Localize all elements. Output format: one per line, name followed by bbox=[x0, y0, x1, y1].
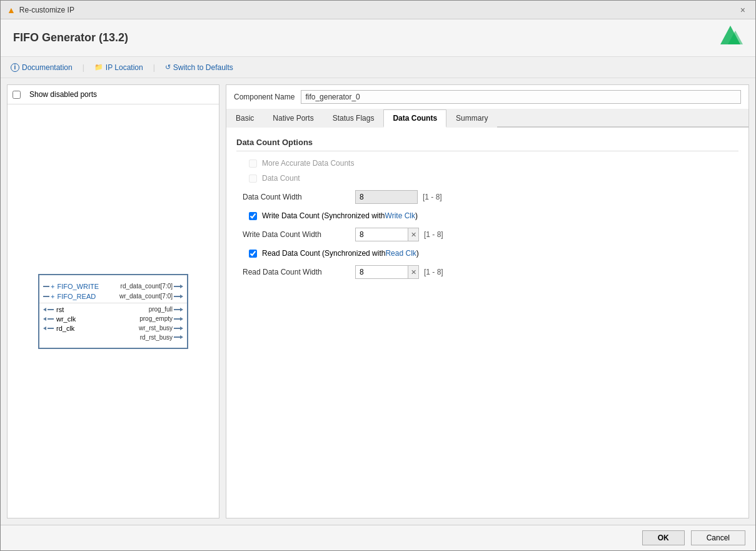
write-count-width-range: [1 - 8] bbox=[424, 230, 443, 239]
read-data-count-checkbox[interactable] bbox=[249, 250, 257, 258]
write-data-count-row: Write Data Count (Synchronized with Writ… bbox=[236, 211, 738, 220]
title-bar: ▲ Re-customize IP × bbox=[1, 1, 755, 19]
write-data-count-checkbox[interactable] bbox=[249, 212, 257, 220]
app-icon: ▲ bbox=[7, 5, 16, 15]
toolbar-separator-1: | bbox=[83, 63, 84, 72]
rst-row: rst prog_full bbox=[39, 306, 187, 313]
right-connector-pf bbox=[174, 309, 180, 310]
rd-rst-busy-label: rd_rst_busy bbox=[140, 334, 173, 341]
cancel-button[interactable]: Cancel bbox=[691, 530, 745, 545]
more-accurate-row: More Accurate Data Counts bbox=[236, 159, 738, 168]
left-panel-content: + FIFO_WRITE rd_data_count[7:0] + FIFO_R… bbox=[8, 104, 219, 518]
write-count-width-row: Write Data Count Width ✕ [1 - 8] bbox=[236, 228, 738, 241]
documentation-label: Documentation bbox=[22, 63, 73, 72]
arrow-pf bbox=[180, 308, 183, 311]
title-bar-text: Re-customize IP bbox=[19, 6, 74, 14]
wr-clk-label: wr_clk bbox=[56, 315, 76, 323]
read-data-count-label-post: ) bbox=[416, 249, 419, 258]
data-count-width-range: [1 - 8] bbox=[423, 193, 442, 201]
write-count-clear-button[interactable]: ✕ bbox=[408, 228, 419, 241]
fifo-block: + FIFO_WRITE rd_data_count[7:0] + FIFO_R… bbox=[38, 274, 188, 349]
conn-rdclk bbox=[48, 328, 54, 329]
arrow-wrb bbox=[180, 326, 183, 330]
plus-icon-write: + bbox=[51, 283, 54, 290]
more-accurate-checkbox[interactable] bbox=[249, 159, 257, 168]
read-count-width-input[interactable] bbox=[355, 265, 408, 279]
tab-native-ports[interactable]: Native Ports bbox=[263, 109, 323, 128]
fifo-read-row: + FIFO_READ wr_data_count[7:0] bbox=[39, 293, 187, 300]
read-count-clear-button[interactable]: ✕ bbox=[408, 265, 419, 279]
left-connector-read bbox=[43, 296, 49, 297]
switch-defaults-button[interactable]: ↺ Switch to Defaults bbox=[165, 63, 233, 72]
plus-icon-read: + bbox=[51, 293, 54, 300]
header-bar: FIFO Generator (13.2) bbox=[1, 19, 755, 57]
data-count-width-label: Data Count Width bbox=[243, 193, 355, 201]
dialog-title: FIFO Generator (13.2) bbox=[13, 31, 128, 44]
arrow-pe bbox=[180, 317, 183, 321]
prog-empty-label: prog_empty bbox=[139, 315, 173, 322]
fifo-write-label: FIFO_WRITE bbox=[57, 283, 99, 290]
left-panel: Show disabled ports + FIFO_WRITE rd_data… bbox=[7, 84, 219, 518]
documentation-button[interactable]: i Documentation bbox=[11, 63, 73, 72]
data-count-width-input[interactable] bbox=[355, 190, 418, 204]
fifo-read-label: FIFO_READ bbox=[57, 293, 96, 300]
title-bar-left: ▲ Re-customize IP bbox=[7, 5, 74, 15]
bottom-bar: OK Cancel bbox=[1, 525, 755, 550]
rd-rst-busy-row: rd_rst_busy bbox=[39, 334, 187, 341]
rd-data-count-label: rd_data_count[7:0] bbox=[121, 283, 173, 290]
write-clk-link[interactable]: Write Clk bbox=[385, 211, 415, 220]
component-name-row: Component Name bbox=[226, 85, 748, 109]
arrow-wr bbox=[180, 295, 183, 298]
left-panel-header: Show disabled ports bbox=[8, 85, 219, 104]
arrow-rdclk-in bbox=[43, 326, 46, 330]
show-disabled-checkbox[interactable] bbox=[13, 91, 21, 99]
refresh-icon: ↺ bbox=[165, 63, 171, 71]
right-connector-pe bbox=[174, 318, 180, 320]
read-count-width-row: Read Data Count Width ✕ [1 - 8] bbox=[236, 265, 738, 279]
rd-clk-row: rd_clk wr_rst_busy bbox=[39, 325, 187, 332]
header-left: FIFO Generator (13.2) bbox=[13, 31, 128, 44]
divider bbox=[39, 303, 187, 303]
data-count-checkbox[interactable] bbox=[249, 174, 257, 183]
arrow-wrclk-in bbox=[43, 317, 46, 321]
tab-data-counts[interactable]: Data Counts bbox=[383, 109, 446, 128]
write-data-count-label-pre: Write Data Count (Synchronized with bbox=[262, 211, 385, 220]
data-count-row: Data Count bbox=[236, 174, 738, 183]
read-clk-link[interactable]: Read Clk bbox=[385, 249, 416, 258]
ip-location-label: IP Location bbox=[106, 63, 143, 72]
data-count-label: Data Count bbox=[262, 174, 300, 183]
read-count-width-range: [1 - 8] bbox=[424, 268, 443, 276]
toolbar: i Documentation | 📁 IP Location | ↺ Swit… bbox=[1, 57, 755, 78]
fifo-diagram-container: + FIFO_WRITE rd_data_count[7:0] + FIFO_R… bbox=[38, 274, 188, 349]
data-count-width-row: Data Count Width [1 - 8] bbox=[236, 190, 738, 204]
tab-summary[interactable]: Summary bbox=[446, 109, 497, 128]
read-count-width-label: Read Data Count Width bbox=[243, 268, 355, 276]
tab-status-flags[interactable]: Status Flags bbox=[323, 109, 384, 128]
close-button[interactable]: × bbox=[737, 4, 749, 16]
tab-basic[interactable]: Basic bbox=[226, 109, 263, 128]
rd-clk-label: rd_clk bbox=[56, 325, 74, 332]
ip-location-button[interactable]: 📁 IP Location bbox=[94, 63, 143, 72]
conn-rst bbox=[48, 309, 54, 310]
header-logo bbox=[718, 24, 743, 51]
show-disabled-label: Show disabled ports bbox=[29, 90, 97, 99]
data-counts-content: Data Count Options More Accurate Data Co… bbox=[226, 128, 748, 518]
folder-icon: 📁 bbox=[94, 63, 103, 71]
fifo-write-row: + FIFO_WRITE rd_data_count[7:0] bbox=[39, 283, 187, 290]
arrow-rd bbox=[180, 285, 183, 288]
arrow-rst-in bbox=[43, 308, 46, 311]
ok-button[interactable]: OK bbox=[642, 530, 685, 545]
component-name-input[interactable] bbox=[301, 90, 741, 104]
prog-full-label: prog_full bbox=[149, 306, 173, 313]
read-count-width-input-wrapper: ✕ bbox=[355, 265, 419, 279]
section-title: Data Count Options bbox=[236, 138, 738, 151]
write-count-width-input[interactable] bbox=[355, 228, 408, 241]
arrow-rdb bbox=[180, 335, 183, 339]
info-icon: i bbox=[11, 63, 19, 72]
more-accurate-label: More Accurate Data Counts bbox=[262, 159, 354, 168]
right-connector-wr bbox=[174, 296, 180, 297]
toolbar-separator-2: | bbox=[153, 63, 155, 72]
read-data-count-label-pre: Read Data Count (Synchronized with bbox=[262, 249, 385, 258]
right-connector-rd bbox=[174, 286, 180, 287]
conn-wrclk bbox=[48, 318, 54, 320]
